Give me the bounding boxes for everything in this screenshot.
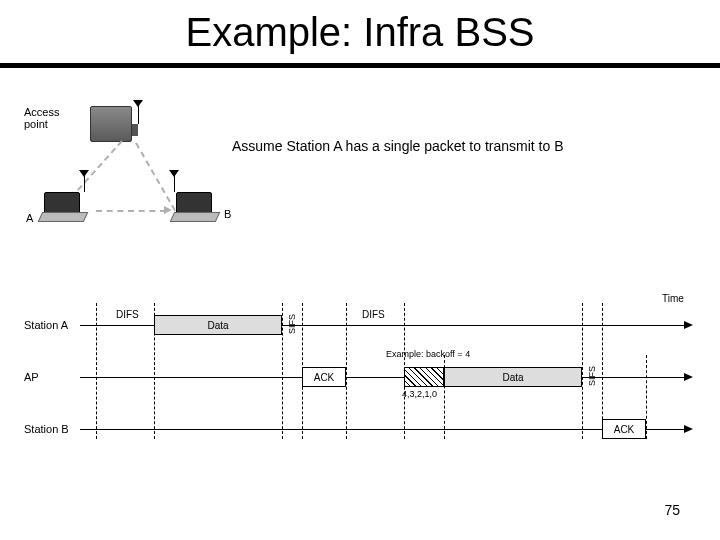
arrowhead-icon — [684, 425, 693, 433]
guide-line — [282, 303, 283, 439]
ack-block: ACK — [602, 419, 646, 439]
backoff-counts: 4,3,2,1,0 — [402, 389, 437, 399]
guide-line — [582, 303, 583, 439]
arrowhead-icon — [164, 206, 172, 214]
ack-block: ACK — [302, 367, 346, 387]
guide-line — [346, 303, 347, 439]
access-point-stand — [132, 124, 138, 136]
backoff-block — [404, 367, 444, 387]
antenna-icon — [79, 170, 89, 177]
topology-diagram: Access point A B — [24, 100, 234, 240]
link-a-to-b — [96, 210, 166, 212]
station-a-label: A — [26, 212, 33, 224]
arrowhead-icon — [684, 373, 693, 381]
access-point-label: Access point — [24, 106, 59, 130]
page-number: 75 — [664, 502, 680, 518]
data-block-label: Data — [502, 372, 523, 383]
station-b-icon — [172, 192, 218, 222]
antenna-icon — [138, 104, 139, 124]
ack-block-label: ACK — [314, 372, 335, 383]
data-block: Data — [154, 315, 282, 335]
timing-diagram: Station A AP Station B Time DIFS Data SI… — [24, 295, 696, 475]
difs-label: DIFS — [362, 309, 385, 320]
guide-line — [646, 355, 647, 439]
station-a-icon — [40, 192, 86, 222]
data-block: Data — [444, 367, 582, 387]
antenna-icon — [133, 100, 143, 107]
title-divider — [0, 63, 720, 68]
row-label-ap: AP — [24, 371, 39, 383]
backoff-example-label: Example: backoff = 4 — [386, 349, 470, 359]
guide-line — [96, 303, 97, 439]
timeline-station-b — [80, 429, 684, 430]
slide-title: Example: Infra BSS — [0, 0, 720, 63]
data-block-label: Data — [207, 320, 228, 331]
antenna-icon — [169, 170, 179, 177]
caption-text: Assume Station A has a single packet to … — [232, 138, 564, 154]
row-label-station-a: Station A — [24, 319, 68, 331]
ack-block-label: ACK — [614, 424, 635, 435]
station-b-label: B — [224, 208, 231, 220]
time-axis-label: Time — [662, 293, 684, 304]
row-label-station-b: Station B — [24, 423, 69, 435]
sifs-label: SIFS — [287, 314, 297, 334]
access-point-icon — [90, 106, 132, 142]
difs-label: DIFS — [116, 309, 139, 320]
sifs-label: SIFS — [587, 366, 597, 386]
arrowhead-icon — [684, 321, 693, 329]
